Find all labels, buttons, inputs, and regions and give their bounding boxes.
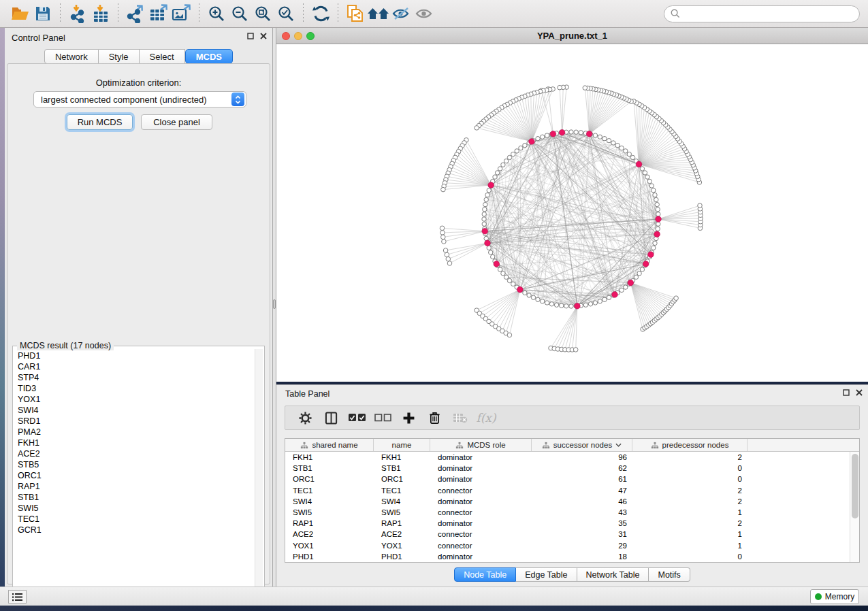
graph-leaf-node[interactable] — [442, 240, 447, 244]
mcds-result-item[interactable]: STB5 — [14, 459, 253, 470]
table-cell[interactable]: ORC1 — [285, 475, 374, 483]
mcds-result-item[interactable]: RAP1 — [14, 481, 253, 492]
graph-node[interactable] — [507, 278, 511, 282]
delete-column-icon[interactable] — [447, 408, 473, 428]
network-graph[interactable] — [276, 44, 868, 382]
table-cell[interactable]: dominator — [430, 475, 532, 483]
float-window-icon[interactable] — [843, 389, 850, 396]
graph-node[interactable] — [630, 155, 634, 159]
tab-select[interactable]: Select — [140, 49, 185, 64]
graph-leaf-node[interactable] — [443, 248, 448, 253]
column-header[interactable]: successor nodes — [532, 439, 632, 451]
table-cell[interactable]: dominator — [430, 497, 532, 506]
graph-node[interactable] — [588, 302, 592, 306]
graph-node[interactable] — [655, 202, 659, 206]
graph-mcds-node[interactable] — [636, 161, 642, 167]
tab-network[interactable]: Network — [44, 49, 99, 64]
table-cell[interactable]: 46 — [532, 497, 632, 506]
search-box[interactable] — [664, 5, 860, 22]
table-cell[interactable]: 62 — [532, 464, 632, 472]
column-header[interactable]: name — [374, 439, 430, 451]
refresh-icon[interactable] — [309, 3, 332, 24]
graph-node[interactable] — [495, 171, 499, 175]
table-cell[interactable]: 47 — [532, 486, 632, 495]
table-cell[interactable]: 35 — [532, 519, 632, 527]
graph-mcds-node[interactable] — [643, 261, 649, 267]
graph-leaf-node[interactable] — [583, 86, 588, 90]
mcds-result-item[interactable]: PMA2 — [14, 427, 253, 437]
graph-leaf-node[interactable] — [573, 348, 578, 352]
mcds-result-item[interactable]: CAR1 — [14, 361, 253, 372]
graph-node[interactable] — [504, 159, 508, 163]
mcds-result-list[interactable]: PHD1CAR1STP4TID3YOX1SWI4SRD1PMA2FKH1ACE2… — [14, 350, 253, 595]
graph-node[interactable] — [493, 175, 497, 179]
graph-mcds-node[interactable] — [648, 252, 654, 258]
graph-node[interactable] — [504, 275, 508, 279]
graph-node[interactable] — [515, 149, 519, 153]
graph-node[interactable] — [656, 208, 660, 212]
table-row[interactable]: PHD1PHD1dominator180 — [285, 551, 850, 562]
graph-mcds-node[interactable] — [628, 280, 634, 286]
table-scrollbar[interactable] — [850, 452, 859, 562]
graph-node[interactable] — [652, 246, 656, 250]
tab-node-table[interactable]: Node Table — [454, 567, 516, 582]
table-row[interactable]: TEC1TEC1connector472 — [285, 485, 850, 496]
table-cell[interactable]: 1 — [632, 542, 748, 550]
graph-node[interactable] — [569, 130, 573, 134]
zoom-in-icon[interactable] — [205, 3, 228, 24]
table-row[interactable]: STB1STB1dominator620 — [285, 463, 850, 474]
first-neighbors-icon[interactable] — [367, 3, 390, 24]
graph-node[interactable] — [487, 246, 491, 250]
table-cell[interactable]: FKH1 — [374, 453, 430, 461]
graph-node[interactable] — [560, 303, 564, 308]
column-header[interactable]: MCDS role — [430, 439, 532, 451]
table-cell[interactable]: TEC1 — [374, 486, 430, 495]
criterion-dropdown[interactable]: largest connected component (undirected) — [33, 91, 246, 108]
graph-node[interactable] — [593, 133, 597, 137]
table-cell[interactable]: 2 — [632, 453, 748, 461]
save-icon[interactable] — [31, 3, 54, 24]
graph-node[interactable] — [483, 202, 487, 206]
graph-mcds-node[interactable] — [612, 292, 618, 298]
graph-node[interactable] — [483, 208, 487, 212]
add-icon[interactable] — [396, 408, 421, 428]
table-row[interactable]: YOX1YOX1connector291 — [285, 540, 850, 551]
graph-node[interactable] — [602, 137, 607, 141]
table-cell[interactable]: 43 — [532, 508, 632, 516]
zoom-out-icon[interactable] — [228, 3, 251, 24]
table-cell[interactable]: 2 — [632, 519, 748, 527]
graph-node[interactable] — [507, 155, 511, 159]
graph-node[interactable] — [656, 212, 660, 216]
graph-node[interactable] — [498, 167, 502, 171]
table-cell[interactable]: connector — [430, 486, 532, 495]
graph-leaf-node[interactable] — [440, 226, 445, 231]
graph-node[interactable] — [652, 188, 656, 193]
network-titlebar[interactable]: YPA_prune.txt_1 — [276, 28, 868, 44]
import-network-icon[interactable] — [66, 3, 89, 24]
graph-leaf-node[interactable] — [441, 235, 446, 240]
mcds-result-item[interactable]: ORC1 — [14, 470, 253, 481]
graph-node[interactable] — [637, 271, 641, 276]
table-cell[interactable]: ACE2 — [374, 530, 430, 538]
graph-node[interactable] — [607, 139, 611, 143]
mcds-result-item[interactable]: PHD1 — [14, 350, 253, 361]
table-cell[interactable]: connector — [430, 508, 532, 516]
tab-style[interactable]: Style — [99, 49, 140, 64]
mcds-list-scrollbar[interactable] — [255, 349, 263, 595]
column-header[interactable]: shared name — [285, 439, 374, 451]
graph-mcds-node[interactable] — [654, 231, 660, 237]
graph-mcds-node[interactable] — [488, 182, 494, 188]
table-cell[interactable]: dominator — [430, 519, 532, 527]
splitter-grip[interactable] — [273, 299, 276, 309]
memory-button[interactable]: Memory — [810, 589, 859, 604]
table-cell[interactable]: 0 — [632, 464, 748, 472]
graph-mcds-node[interactable] — [529, 139, 535, 145]
table-cell[interactable]: 61 — [532, 475, 632, 483]
export-image-icon[interactable] — [170, 3, 193, 24]
export-network-icon[interactable] — [124, 3, 147, 24]
graph-node[interactable] — [491, 254, 495, 259]
mcds-result-item[interactable]: TID3 — [14, 383, 253, 394]
table-cell[interactable]: 2 — [632, 486, 748, 495]
graph-node[interactable] — [554, 303, 558, 307]
graph-node[interactable] — [640, 167, 644, 171]
